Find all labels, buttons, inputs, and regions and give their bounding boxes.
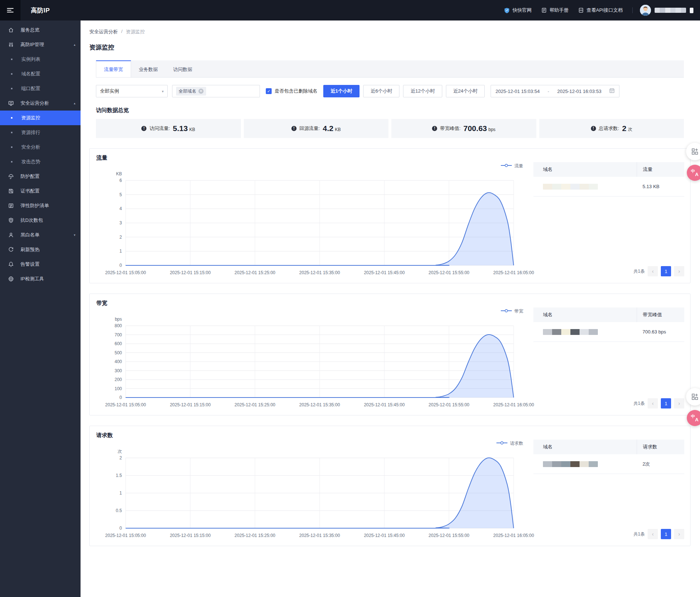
- instance-select[interactable]: 全部实例 ▾: [96, 85, 168, 97]
- date-range-picker[interactable]: 2025-12-01 15:03:54 - 2025-12-01 16:03:5…: [491, 85, 619, 97]
- y-tick-label: 700: [115, 332, 122, 337]
- domain-select[interactable]: 全部域名 ✕: [172, 85, 260, 97]
- breadcrumb-current: 资源监控: [126, 29, 145, 35]
- sidebar-item-0[interactable]: 服务总览: [0, 23, 81, 37]
- y-tick-label: 800: [115, 323, 122, 328]
- site-icon: [504, 7, 510, 14]
- bullet-icon: [11, 117, 12, 119]
- menu-fold-button[interactable]: [0, 0, 21, 20]
- tab-traffic-bandwidth[interactable]: 流量带宽: [96, 60, 131, 77]
- sidebar-item-4[interactable]: 端口配置: [0, 81, 81, 96]
- tab-business-data[interactable]: 业务数据: [131, 60, 165, 77]
- page-number-button[interactable]: 1: [661, 398, 671, 408]
- x-tick-label: 2025-12-01 15:45:00: [364, 533, 405, 538]
- sidebar-item-label: 服务总览: [21, 27, 40, 33]
- y-tick-label: 0: [119, 395, 122, 400]
- page-number-button[interactable]: 1: [661, 529, 671, 539]
- sidebar-item-11[interactable]: 证书配置: [0, 184, 81, 198]
- translate-button[interactable]: 中 A: [687, 165, 700, 181]
- bandwidth-chart: 带宽01002003004005006007008002025-12-01 15…: [96, 307, 525, 408]
- top-link-help-manual[interactable]: 帮助手册: [541, 7, 569, 14]
- prev-page-button[interactable]: ‹: [648, 398, 658, 408]
- time-button-last-24h[interactable]: 近24个小时: [446, 85, 485, 97]
- y-tick-label: 1.5: [116, 473, 122, 478]
- sidebar-item-7[interactable]: 资源排行: [0, 125, 81, 140]
- sidebar-item-label: 证书配置: [21, 188, 40, 194]
- bandwidth-chart-svg: 01002003004005006007008002025-12-01 15:0…: [96, 315, 521, 408]
- stat-card-total-requests: !总请求数:2次: [539, 119, 684, 138]
- breadcrumb-parent[interactable]: 安全运营分析: [89, 29, 118, 35]
- info-icon: !: [291, 126, 297, 131]
- date-end[interactable]: 2025-12-01 16:03:53: [557, 89, 602, 94]
- next-page-button[interactable]: ›: [674, 529, 684, 539]
- date-start[interactable]: 2025-12-01 15:03:54: [495, 89, 540, 94]
- sidebar-item-9[interactable]: 攻击态势: [0, 154, 81, 169]
- x-tick-label: 2025-12-01 15:35:00: [299, 533, 340, 538]
- x-tick-label: 2025-12-01 15:05:00: [105, 533, 146, 538]
- next-page-button[interactable]: ›: [674, 266, 684, 276]
- tab-access-data[interactable]: 访问数据: [165, 60, 200, 77]
- y-axis-unit: bps: [115, 317, 122, 322]
- bandwidth-panel: 带宽带宽01002003004005006007008002025-12-01 …: [89, 294, 690, 415]
- umbrella-icon: [8, 173, 14, 179]
- y-axis-unit: 次: [118, 449, 122, 454]
- breadcrumb: 安全运营分析 / 资源监控: [89, 20, 690, 35]
- stat-label: 带宽峰值:: [440, 125, 461, 132]
- time-button-last-1h[interactable]: 近1个小时: [323, 85, 360, 97]
- stat-value: 5.13: [173, 124, 188, 133]
- x-tick-label: 2025-12-01 15:55:00: [429, 402, 470, 407]
- bullet-icon: [11, 161, 12, 163]
- traffic-pagination: 共1条‹1›: [533, 261, 684, 276]
- top-link-label: 帮助手册: [550, 7, 569, 14]
- sidebar-item-3[interactable]: 域名配置: [0, 67, 81, 81]
- sidebar-item-12[interactable]: 弹性防护清单: [0, 198, 81, 213]
- table-cell-value: 2次: [637, 461, 684, 467]
- chevron-down-icon: ▾: [74, 233, 75, 237]
- stat-unit: KB: [189, 127, 195, 132]
- requests-panel: 请求数请求数00.511.522025-12-01 15:05:002025-1…: [89, 426, 690, 546]
- table-cell-value: 5.13 KB: [637, 184, 684, 189]
- sidebar-item-2[interactable]: 实例列表: [0, 52, 81, 67]
- requests-legend[interactable]: 请求数: [96, 440, 525, 447]
- sidebar-item-15[interactable]: 刷新预热: [0, 242, 81, 257]
- bandwidth-legend[interactable]: 带宽: [96, 307, 525, 315]
- sidebar-item-8[interactable]: 安全分析: [0, 140, 81, 154]
- sidebar-item-14[interactable]: 黑白名单▾: [0, 228, 81, 242]
- top-link-label: 快快官网: [513, 7, 532, 14]
- y-tick-label: 1: [119, 249, 122, 254]
- traffic-legend[interactable]: 流量: [96, 162, 525, 169]
- stat-unit: bps: [488, 127, 495, 132]
- user-menu-icon[interactable]: [690, 8, 693, 13]
- include-deleted-checkbox[interactable]: ✓ 是否包含已删除域名: [266, 88, 317, 94]
- quick-apps-button[interactable]: [686, 143, 700, 160]
- close-icon[interactable]: ✕: [198, 89, 204, 94]
- date-separator: -: [548, 89, 549, 94]
- next-page-button[interactable]: ›: [674, 398, 684, 408]
- y-tick-label: 0: [119, 263, 122, 268]
- x-tick-label: 2025-12-01 16:05:00: [493, 270, 534, 275]
- sidebar-item-17[interactable]: IP检测工具: [0, 272, 81, 286]
- page-number-button[interactable]: 1: [661, 266, 671, 276]
- sidebar-item-16[interactable]: 告警设置: [0, 257, 81, 272]
- top-link-kuaikuai-site[interactable]: 快快官网: [504, 7, 532, 14]
- quick-apps-button[interactable]: [686, 388, 700, 406]
- sidebar-item-6[interactable]: 资源监控: [0, 111, 81, 125]
- sidebar-item-13[interactable]: 抗D次数包: [0, 213, 81, 228]
- home-icon: [8, 27, 14, 33]
- time-button-last-6h[interactable]: 近6个小时: [363, 85, 399, 97]
- sidebar-item-10[interactable]: 防护配置: [0, 169, 81, 184]
- prev-page-button[interactable]: ‹: [648, 529, 658, 539]
- sidebar-item-1[interactable]: 高防IP管理▴: [0, 37, 81, 52]
- traffic-table: 域名流量5.13 KB共1条‹1›: [533, 162, 684, 276]
- filter-row: 全部实例 ▾ 全部域名 ✕ ✓ 是否包含已删除域名 近1个小时近6个小时近12个…: [96, 85, 684, 97]
- info-icon: !: [591, 126, 596, 131]
- prev-page-button[interactable]: ‹: [648, 266, 658, 276]
- translate-button[interactable]: 中 A: [687, 410, 700, 426]
- legend-marker-icon: [496, 441, 507, 446]
- top-link-api-docs[interactable]: 查看API接口文档: [578, 7, 623, 14]
- time-button-last-12h[interactable]: 近12个小时: [403, 85, 442, 97]
- chevron-up-icon: ▴: [74, 101, 75, 105]
- sidebar-item-5[interactable]: 安全运营分析▴: [0, 96, 81, 111]
- y-tick-label: 2: [119, 455, 122, 460]
- avatar[interactable]: [640, 5, 651, 16]
